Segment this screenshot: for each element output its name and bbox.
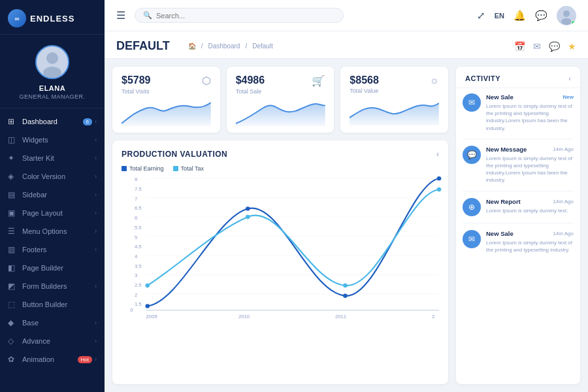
nav-chevron-dashboard: › [95,118,97,125]
legend-tax: Total Tax [173,165,204,172]
nav-label-advance: Advance [22,337,95,345]
activity-time: 14m Ago [553,231,574,237]
nav-label-page-layout: Page Layout [22,209,95,217]
header-avatar[interactable] [557,6,576,25]
mail-icon[interactable]: ✉ [533,41,541,52]
nav-chevron-advance: › [95,338,97,344]
activity-item: 💬 New Message 14m Ago Lorem Ipsum is sim… [463,146,574,191]
svg-point-32 [246,215,250,219]
sidebar-item-base[interactable]: ◆ Base › [0,314,105,332]
chart-area: 8 7.5 7 6.5 6 5.5 5 4.5 4 3.5 3 2.5 [122,176,439,313]
nav-chevron-color-version: › [95,173,97,180]
language-selector[interactable]: EN [495,12,504,20]
sidebar-item-button-builder[interactable]: ⬚ Button Builder [0,295,105,314]
stat-label-sale: Total Sale [236,88,325,95]
sidebar-item-starter-kit[interactable]: ✦ Starter Kit › [0,149,105,167]
nav-chevron-page-layout: › [95,210,97,216]
activity-text: Lorem Ipsum is simply dummy text of the … [486,155,574,184]
activity-panel: ACTIVITY ‹ ✉ New Sale New Lorem Ipsum is… [456,67,580,384]
chart-collapse-icon[interactable]: ‹ [436,150,439,159]
svg-text:3.5: 3.5 [135,263,142,269]
expand-icon[interactable]: ⤢ [477,10,485,22]
page-content: DEFAULT 🏠 / Dashboard / Default 📅 ✉ 💬 ★ [105,31,588,392]
sidebar-item-sidebar[interactable]: ▤ Sidebar › [0,186,105,204]
sidebar-item-footers[interactable]: ▥ Footers › [0,240,105,259]
activity-text: Lorem Ipsum is simply dummy text of the … [486,103,574,132]
sidebar: ∞ ENDLESS ELANA GENERAL MANAGER. ⊞ Dashb… [0,0,105,392]
activity-body: New Report 14m Ago Lorem Ipsum is simply… [486,198,574,216]
chart-legend: Total Earning Total Tax [122,165,439,172]
sidebar-avatar [35,45,69,79]
sidebar-item-page-layout[interactable]: ▣ Page Layout › [0,204,105,222]
activity-name: New Report [486,198,521,205]
legend-label-earning: Total Earning [129,165,164,172]
stat-icon-value: ☼ [429,74,439,86]
legend-earning: Total Earning [122,165,164,172]
nav-label-dashboard: Dashboard [22,118,83,125]
svg-point-33 [343,284,348,287]
search-box[interactable]: 🔍 [135,8,344,23]
activity-top: New Sale New [486,93,574,101]
activity-body: New Message 14m Ago Lorem Ipsum is simpl… [486,146,574,184]
svg-text:8: 8 [135,177,137,183]
favorite-icon[interactable]: ★ [568,41,576,52]
activity-name: New Message [486,146,527,153]
sidebar-item-dashboard[interactable]: ⊞ Dashboard 6› [0,112,105,131]
svg-text:2009: 2009 [146,314,157,320]
nav-chevron-footers: › [95,246,97,253]
svg-text:3: 3 [135,273,137,279]
nav-badge-animation: Hot [78,356,92,363]
nav-icon-page-layout: ▣ [8,208,17,218]
svg-point-2 [563,10,570,17]
sidebar-item-form-builders[interactable]: ◩ Form Builders › [0,277,105,295]
notification-icon[interactable]: 🔔 [514,10,526,22]
nav-icon-page-builder: ◧ [8,263,17,272]
nav-chevron-widgets: › [95,137,97,143]
nav-icon-dashboard: ⊞ [8,117,17,126]
svg-text:2011: 2011 [335,314,346,320]
sidebar-item-animation[interactable]: ✿ Animation Hot› [0,350,105,368]
stat-value-visits: $5789 [122,74,151,86]
breadcrumb-sep2: / [245,42,247,50]
legend-dot-earning [122,166,127,171]
sidebar-item-advance[interactable]: ◇ Advance › [0,332,105,350]
nav-label-footers: Footers [22,246,95,253]
page-actions: 📅 ✉ 💬 ★ [514,41,576,52]
activity-top: New Sale 14m Ago [486,230,574,237]
nav-icon-sidebar: ▤ [8,190,17,199]
svg-text:5: 5 [135,235,137,240]
stat-icon-sale: 🛒 [312,74,325,87]
nav-chevron-menu-options: › [95,228,97,235]
breadcrumb-default: Default [252,42,273,50]
sidebar-item-page-builder[interactable]: ◧ Page Builder [0,259,105,277]
nav-badge-dashboard: 6 [83,118,92,125]
sidebar-item-menu-options[interactable]: ☰ Menu Options › [0,222,105,240]
stat-chart-sale [236,99,325,126]
nav-icon-animation: ✿ [8,355,17,364]
production-chart-card: PRODUCTION VALUATION ‹ Total Earning Tot… [112,140,448,384]
svg-text:4.5: 4.5 [135,244,142,250]
search-icon: 🔍 [143,11,152,20]
calendar-icon[interactable]: 📅 [514,41,525,52]
sidebar-item-widgets[interactable]: ◫ Widgets › [0,131,105,149]
search-input[interactable] [156,12,335,20]
stat-value-total: $8568 [350,74,379,86]
activity-title: ACTIVITY [465,74,500,82]
activity-collapse-icon[interactable]: ‹ [568,74,571,82]
page-title: DEFAULT [116,39,170,53]
activity-avatar: ✉ [463,230,481,248]
home-icon[interactable]: 🏠 [188,42,196,50]
sidebar-logo: ∞ ENDLESS [0,0,105,35]
nav-label-color-version: Color Version [22,172,95,180]
scroll-area: $5789 ⬡ Total Visits [105,59,588,392]
nav-label-widgets: Widgets [22,136,95,144]
nav-chevron-starter-kit: › [95,155,97,161]
chat-icon[interactable]: 💬 [549,41,560,52]
production-svg: 8 7.5 7 6.5 6 5.5 5 4.5 4 3.5 3 2.5 [122,176,439,313]
breadcrumb-dashboard[interactable]: Dashboard [208,42,240,50]
message-icon[interactable]: 💬 [535,10,547,22]
nav-icon-starter-kit: ✦ [8,154,17,163]
nav-icon-form-builders: ◩ [8,282,17,291]
sidebar-item-color-version[interactable]: ◈ Color Version › [0,167,105,186]
hamburger-icon[interactable]: ☰ [116,9,125,22]
